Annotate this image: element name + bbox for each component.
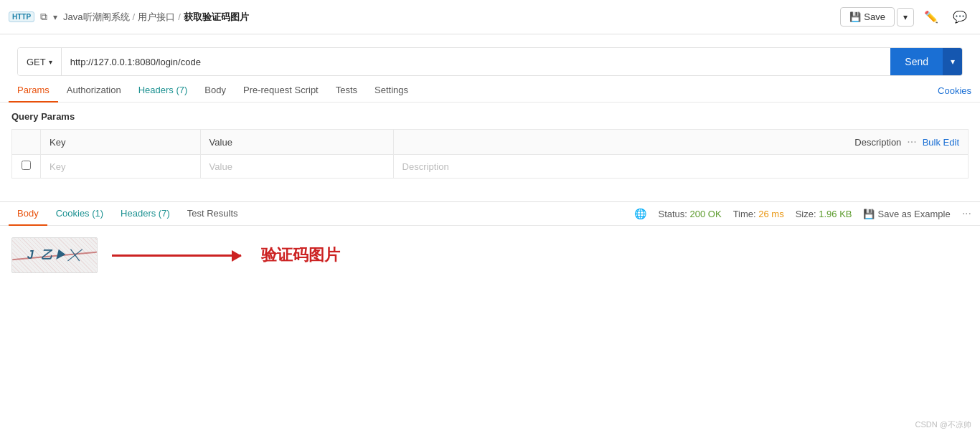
breadcrumb-sep-2: /	[178, 11, 181, 22]
breadcrumb-item-1[interactable]: Java听潮阁系统	[63, 11, 129, 24]
breadcrumb-item-2[interactable]: 用户接口	[138, 11, 175, 24]
params-table: Key Value Description ··· Bulk Edit Key …	[11, 129, 969, 179]
more-options-icon[interactable]: ···	[962, 207, 971, 220]
cookies-link[interactable]: Cookies	[938, 85, 971, 96]
tab-settings[interactable]: Settings	[366, 79, 417, 103]
description-label: Description	[854, 137, 901, 148]
tab-tests[interactable]: Tests	[327, 79, 366, 103]
arrow-indicator	[112, 254, 241, 257]
value-cell[interactable]: Value	[200, 155, 393, 179]
key-col-header: Key	[41, 130, 201, 155]
value-col-header: Value	[200, 130, 393, 155]
method-text: GET	[27, 57, 46, 67]
top-bar-right: 💾 Save ▾ ✏️ 💬	[840, 7, 971, 27]
edit-icon-button[interactable]: ✏️	[920, 7, 943, 27]
arrow-line	[112, 254, 241, 257]
top-bar-left: HTTP ⧉ ▾ Java听潮阁系统 / 用户接口 / 获取验证码图片	[9, 11, 249, 24]
status-label: Status: 200 OK	[658, 209, 721, 219]
send-dropdown-button[interactable]: ▾	[943, 48, 962, 75]
save-icon: 💾	[849, 11, 861, 22]
description-cell[interactable]: Description	[393, 155, 968, 179]
request-tabs: Params Authorization Headers (7) Body Pr…	[0, 79, 980, 103]
params-section: Query Params Key Value Description ··· B…	[0, 103, 980, 187]
response-tab-headers[interactable]: Headers (7)	[112, 202, 179, 226]
url-bar: GET ▾ Send ▾	[17, 47, 963, 76]
method-selector[interactable]: GET ▾	[18, 48, 62, 75]
save-example-label: Save as Example	[877, 209, 950, 219]
save-label: Save	[864, 11, 885, 22]
tab-headers[interactable]: Headers (7)	[130, 79, 197, 103]
url-input[interactable]	[62, 48, 891, 75]
save-dropdown-button[interactable]: ▾	[897, 8, 914, 27]
tab-pre-request-script[interactable]: Pre-request Script	[235, 79, 327, 103]
response-tab-body[interactable]: Body	[9, 202, 47, 226]
status-value: 200 OK	[690, 209, 722, 219]
http-badge: HTTP	[9, 11, 34, 22]
breadcrumb-sep-1: /	[133, 11, 136, 22]
save-example-icon: 💾	[863, 209, 875, 219]
globe-icon: 🌐	[634, 208, 646, 219]
table-row: Key Value Description	[12, 155, 969, 179]
url-bar-container: GET ▾ Send ▾	[0, 34, 980, 76]
size-value: 1.96 KB	[819, 209, 852, 219]
query-params-title: Query Params	[11, 111, 969, 122]
send-button[interactable]: Send	[890, 48, 943, 75]
bulk-edit-link[interactable]: Bulk Edit	[923, 137, 959, 148]
page-footer: CSDN @不凉帅	[915, 419, 971, 430]
description-col-header: Description ··· Bulk Edit	[393, 130, 968, 155]
more-options-icon[interactable]: ···	[907, 135, 916, 148]
tab-params[interactable]: Params	[9, 79, 58, 103]
copy-icon[interactable]: ⧉	[40, 11, 47, 23]
response-tabs: Body Cookies (1) Headers (7) Test Result…	[0, 202, 980, 226]
checkbox-cell[interactable]	[12, 155, 41, 179]
breadcrumb: Java听潮阁系统 / 用户接口 / 获取验证码图片	[63, 11, 249, 24]
top-bar: HTTP ⧉ ▾ Java听潮阁系统 / 用户接口 / 获取验证码图片 💾 Sa…	[0, 0, 980, 34]
time-label: Time: 26 ms	[733, 209, 784, 219]
response-meta: 🌐 Status: 200 OK Time: 26 ms Size: 1.96 …	[634, 207, 971, 220]
comment-icon-button[interactable]: 💬	[948, 7, 971, 27]
key-cell[interactable]: Key	[41, 155, 201, 179]
time-value: 26 ms	[758, 209, 783, 219]
row-checkbox[interactable]	[22, 161, 31, 170]
save-button[interactable]: 💾 Save	[840, 7, 895, 27]
breadcrumb-current: 获取验证码图片	[184, 11, 249, 24]
response-tab-cookies[interactable]: Cookies (1)	[47, 202, 112, 226]
response-tab-test-results[interactable]: Test Results	[179, 202, 247, 226]
captcha-annotation-label: 验证码图片	[261, 244, 340, 266]
tab-body[interactable]: Body	[196, 79, 235, 103]
method-chevron-icon: ▾	[49, 58, 52, 66]
response-body: J 乙▶╳ 验证码图片	[0, 226, 980, 312]
chevron-down-icon[interactable]: ▾	[53, 12, 57, 22]
credit-text: CSDN @不凉帅	[915, 420, 971, 429]
captcha-image: J 乙▶╳	[11, 237, 98, 273]
tab-authorization[interactable]: Authorization	[58, 79, 130, 103]
checkbox-col-header	[12, 130, 41, 155]
captcha-area: J 乙▶╳ 验证码图片	[11, 237, 969, 273]
save-example-button[interactable]: 💾 Save as Example	[863, 209, 950, 219]
size-label: Size: 1.96 KB	[796, 209, 852, 219]
